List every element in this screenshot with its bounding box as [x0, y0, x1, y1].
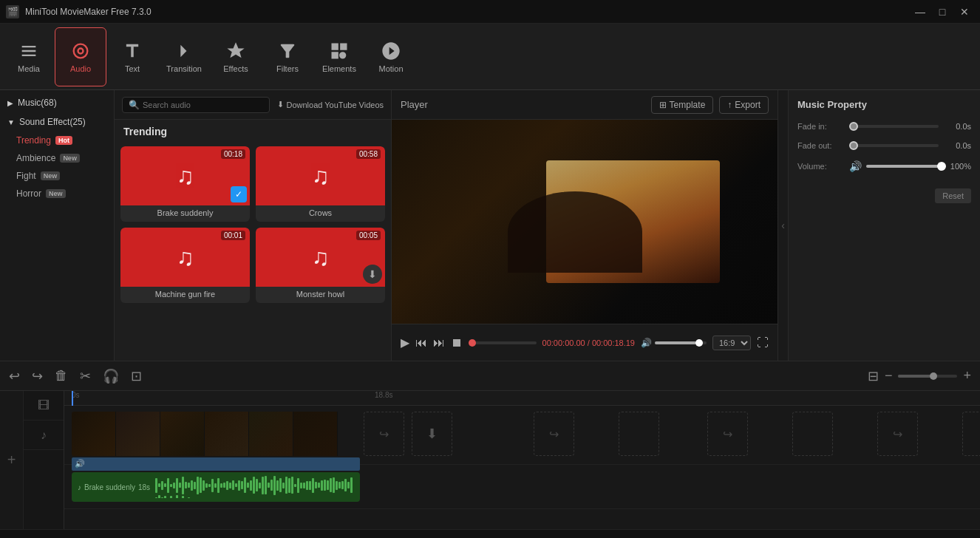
- download-youtube-btn[interactable]: ⬇ Download YouTube Videos: [277, 100, 384, 109]
- fade-out-slider[interactable]: [849, 144, 939, 147]
- add-media-button[interactable]: +: [0, 391, 24, 529]
- toolbar-item-media[interactable]: Media: [3, 27, 55, 86]
- maximize-button[interactable]: □: [933, 4, 952, 19]
- toolbar-item-filters[interactable]: Filters: [262, 27, 313, 86]
- music-track-row: ♪ Brake suddenly 18s: [64, 465, 980, 509]
- player-area: Player ⊞ Template ↑ Export ▶ ⏮ ⏭ ⏹: [392, 90, 777, 361]
- transition-slot-1[interactable]: ↪: [364, 412, 404, 456]
- sound-name-4: Monster howl: [256, 287, 385, 303]
- app-title: MiniTool MovieMaker Free 7.3.0: [25, 7, 152, 17]
- play-button[interactable]: ▶: [401, 336, 409, 350]
- prev-frame-button[interactable]: ⏮: [415, 336, 427, 350]
- reset-button[interactable]: Reset: [935, 188, 971, 203]
- toolbar-item-elements[interactable]: Elements: [313, 27, 365, 86]
- fullscreen-button[interactable]: ⛶: [757, 336, 769, 350]
- transition-slot-3[interactable]: ↪: [534, 412, 574, 456]
- fade-in-label: Fade in:: [797, 122, 849, 131]
- transition-slot-7[interactable]: ↪: [877, 412, 918, 456]
- video-frame-2: [116, 412, 160, 456]
- sound-card-brake-suddenly[interactable]: ♫ 00:18 ✓ Brake suddenly: [120, 146, 250, 222]
- transition-slot-5[interactable]: ↪: [707, 412, 748, 456]
- zoom-in-button[interactable]: +: [963, 368, 971, 384]
- toolbar-item-motion[interactable]: Motion: [365, 27, 417, 86]
- progress-bar[interactable]: [469, 341, 537, 344]
- sidebar-item-horror[interactable]: Horror New: [0, 185, 114, 202]
- video-frame-4: [205, 412, 249, 456]
- delete-button[interactable]: 🗑: [55, 368, 68, 384]
- sound-card-monster-howl[interactable]: ♫ 00:05 ⬇ Monster howl: [256, 228, 385, 303]
- volume-icon[interactable]: 🔊: [641, 338, 652, 348]
- cut-button[interactable]: ✂: [80, 368, 91, 384]
- music-note-clip-icon: ♪: [78, 483, 81, 491]
- app-icon: 🎬: [6, 5, 19, 18]
- toolbar-media-label: Media: [18, 64, 40, 73]
- collapse-panel-btn[interactable]: ‹: [777, 90, 788, 361]
- sidebar-group-sound-effect[interactable]: ▼ Sound Effect(25): [0, 112, 114, 132]
- media-icon: [18, 41, 39, 61]
- toolbar-item-text[interactable]: Text: [106, 27, 158, 86]
- export-icon: ↑: [727, 100, 732, 110]
- volume-prop-slider[interactable]: [866, 165, 939, 168]
- toolbar-effects-label: Effects: [223, 64, 248, 73]
- sidebar-item-fight[interactable]: Fight New: [0, 167, 114, 185]
- template-button[interactable]: ⊞ Template: [651, 96, 714, 114]
- crop-button[interactable]: ⊡: [131, 368, 142, 384]
- expand-arrow-music: ▶: [7, 99, 13, 107]
- sidebar-trending-label: Trending: [16, 135, 51, 146]
- toolbar-item-audio[interactable]: Audio: [55, 27, 106, 86]
- split-view-button[interactable]: ⊟: [868, 368, 879, 384]
- audio-track-label: ♪: [24, 420, 64, 450]
- music-clip-name: Brake suddenly: [84, 483, 135, 491]
- search-input[interactable]: [143, 101, 263, 109]
- sound-grid: ♫ 00:18 ✓ Brake suddenly ♫ 00:58 Crows ♫…: [115, 143, 391, 306]
- volume-control: 🔊: [641, 338, 707, 348]
- transition-icon: [174, 41, 194, 61]
- volume-row: Volume: 🔊 100%: [797, 160, 971, 172]
- music-clip-label: ♪ Brake suddenly 18s: [78, 483, 150, 491]
- sidebar-fight-label: Fight: [16, 171, 36, 181]
- undo-button[interactable]: ↩: [9, 368, 20, 384]
- timeline-scrollbar[interactable]: [0, 529, 980, 538]
- transition-slot-6[interactable]: [792, 412, 833, 456]
- sidebar-item-ambience[interactable]: Ambience New: [0, 149, 114, 167]
- next-frame-button[interactable]: ⏭: [433, 336, 445, 350]
- sound-name-2: Crows: [256, 205, 385, 222]
- expand-arrow-sound: ▼: [7, 118, 15, 126]
- volume-prop-value: 100%: [945, 162, 971, 171]
- waveform: [154, 476, 354, 498]
- sound-card-crows[interactable]: ♫ 00:58 Crows: [256, 146, 385, 222]
- fade-in-slider[interactable]: [849, 125, 939, 128]
- volume-bar[interactable]: [655, 341, 707, 344]
- download-cloud-icon[interactable]: ⬇: [363, 265, 382, 284]
- sidebar-item-trending[interactable]: Trending Hot: [0, 132, 114, 149]
- download-icon: ⬇: [277, 100, 284, 109]
- video-track-label: 🎞: [24, 391, 64, 420]
- volume-prop-dot: [937, 162, 946, 171]
- zoom-slider[interactable]: [898, 375, 957, 378]
- stop-button[interactable]: ⏹: [451, 336, 463, 350]
- aspect-ratio-select[interactable]: 16:9: [712, 336, 751, 350]
- search-box[interactable]: 🔍: [122, 97, 270, 113]
- transition-slot-8[interactable]: [962, 412, 980, 456]
- fade-out-dot: [849, 141, 858, 150]
- toolbar-item-effects[interactable]: Effects: [210, 27, 262, 86]
- zoom-out-button[interactable]: −: [885, 368, 893, 384]
- audio-detach-button[interactable]: 🎧: [103, 368, 119, 384]
- minimize-button[interactable]: —: [911, 4, 930, 19]
- fight-badge: New: [41, 171, 61, 180]
- export-button[interactable]: ↑ Export: [719, 96, 769, 114]
- transition-slot-2[interactable]: ⬇: [412, 412, 452, 456]
- sound-duration-4: 00:05: [356, 231, 381, 240]
- toolbar-item-transition[interactable]: Transition: [158, 27, 210, 86]
- music-clip[interactable]: ♪ Brake suddenly 18s: [72, 472, 360, 502]
- audio-track-icon: ♪: [41, 429, 47, 442]
- music-note-icon-4: ♫: [312, 244, 330, 271]
- video-clip[interactable]: [72, 412, 360, 456]
- video-frame-6: [293, 412, 338, 456]
- redo-button[interactable]: ↪: [32, 368, 43, 384]
- sound-card-machine-gun[interactable]: ♫ 00:01 Machine gun fire: [120, 228, 250, 303]
- time-current: 00:00:00.00: [542, 338, 585, 347]
- close-button[interactable]: ✕: [955, 4, 974, 19]
- sidebar-group-music[interactable]: ▶ Music(68): [0, 93, 114, 112]
- transition-slot-4[interactable]: [619, 412, 659, 456]
